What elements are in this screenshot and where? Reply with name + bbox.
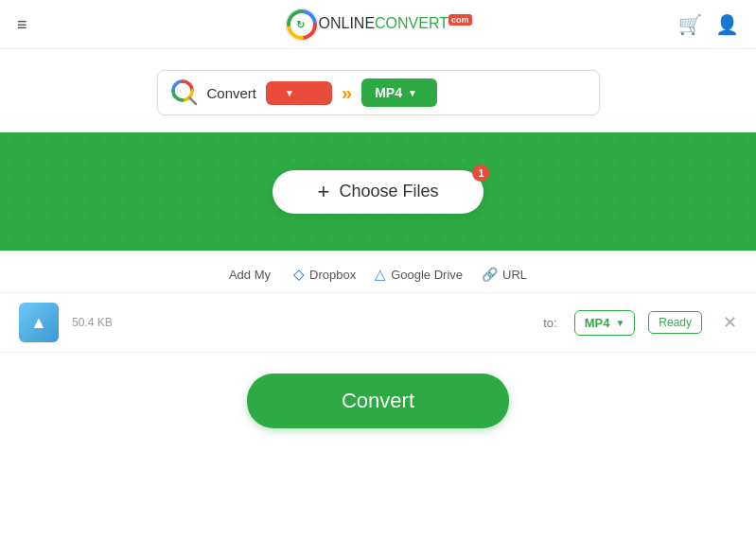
logo-com: com [448,14,472,26]
header-right: 🛒 👤 [678,13,739,36]
plus-icon: + [318,182,330,202]
search-icon-wrap [171,79,198,106]
convert-button[interactable]: Convert [247,374,509,428]
google-drive-source[interactable]: △ Google Drive [375,266,463,283]
file-source-row: Add My ◇ Dropbox △ Google Drive 🔗 URL [0,251,756,293]
gdrive-label: Google Drive [391,268,463,282]
green-banner: + Choose Files 1 [0,132,756,251]
file-thumbnail: ▲ [19,303,59,342]
header: ≡ ↻ ONLINECONVERTcom 🛒 👤 [0,0,756,49]
close-file-button[interactable]: ✕ [723,312,737,333]
logo-text: ONLINECONVERTcom [318,15,471,32]
gdrive-icon: △ [375,266,386,283]
file-to-label: to: [543,316,556,330]
convert-label: Convert [207,85,257,101]
cart-icon[interactable]: 🛒 [678,13,702,36]
arrow-icon: » [342,83,352,102]
dropbox-source[interactable]: ◇ Dropbox [293,266,356,283]
file-size: 50.4 KB [72,316,530,329]
hamburger-menu-icon[interactable]: ≡ [17,16,27,33]
add-my-text: Add My [229,268,271,282]
dropbox-icon: ◇ [293,266,305,283]
file-type-icon: ▲ [30,313,47,333]
user-icon[interactable]: 👤 [715,13,739,36]
format-from-dropdown[interactable]: ▼ [266,81,332,105]
choose-files-label: Choose Files [339,182,438,201]
logo[interactable]: ↻ ONLINECONVERTcom [284,8,471,42]
search-bar-wrapper: Convert ▼ » MP4 ▼ [0,49,756,132]
convert-section: Convert [0,353,756,449]
svg-point-4 [177,86,187,96]
svg-line-5 [189,98,196,105]
choose-files-button[interactable]: + Choose Files 1 [273,170,484,214]
svg-text:↻: ↻ [295,19,304,30]
url-source[interactable]: 🔗 URL [482,267,527,282]
search-icon [171,79,198,106]
files-badge: 1 [472,165,489,182]
url-label: URL [502,268,527,282]
url-icon: 🔗 [482,267,498,282]
file-row: ▲ 50.4 KB to: MP4 ▼ Ready ✕ [0,293,756,353]
chevron-down-green-icon: ▼ [408,88,417,98]
file-format-dropdown[interactable]: MP4 ▼ [574,310,636,336]
file-format-value: MP4 [585,316,610,330]
logo-icon: ↻ [284,8,318,42]
ready-status-badge: Ready [648,311,702,334]
format-to-dropdown[interactable]: MP4 ▼ [361,78,437,107]
logo-online: ONLINE [318,16,375,32]
dropbox-label: Dropbox [309,268,356,282]
chevron-down-icon: ▼ [285,88,294,98]
format-to-value: MP4 [375,85,402,100]
logo-convert: CONVERT [375,16,448,32]
header-left: ≡ [17,16,27,33]
search-bar: Convert ▼ » MP4 ▼ [157,70,600,115]
file-format-chevron-icon: ▼ [615,318,624,328]
